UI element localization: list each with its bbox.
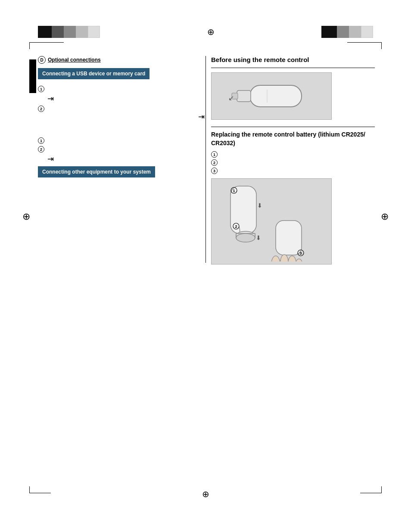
footer-crosshair: ⊕ xyxy=(202,489,209,499)
crosshair-right-mid: ⊕ xyxy=(381,211,389,222)
step1-row: 1 xyxy=(38,85,189,92)
sub2-step1-number: 1 xyxy=(38,137,44,144)
step1-number: 1 xyxy=(38,86,44,92)
svg-rect-0 xyxy=(250,85,302,107)
section-d-circle: D xyxy=(38,56,46,64)
battery-svg: 1 ⬇ 2 ⬇ xyxy=(220,182,323,261)
svg-text:1: 1 xyxy=(233,189,235,193)
battery-replacement-image: 1 ⬇ 2 ⬇ xyxy=(211,178,332,264)
remote-top-image: ↙ xyxy=(211,72,332,120)
svg-rect-1 xyxy=(237,90,251,102)
section2-divider xyxy=(211,127,375,127)
step2-number: 2 xyxy=(38,106,44,112)
subsection2-title: Connecting other equipment to your syste… xyxy=(38,166,155,177)
svg-rect-15 xyxy=(276,221,302,255)
svg-point-18 xyxy=(280,255,288,261)
remote-top-svg: ↙ xyxy=(224,77,319,115)
subsection1-title: Connecting a USB device or memory card xyxy=(38,68,149,79)
corner-border-br xyxy=(360,486,382,493)
r-step2-row: 2 xyxy=(211,159,375,166)
svg-text:2: 2 xyxy=(235,224,237,229)
section1-divider xyxy=(211,68,375,68)
usb-symbol-1: ⇥ xyxy=(47,94,189,103)
section2-title: Replacing the remote control battery (li… xyxy=(211,131,375,147)
header-crosshair: ⊕ xyxy=(100,27,321,37)
right-usb-symbol: ⇥ xyxy=(198,112,205,121)
svg-point-20 xyxy=(296,259,302,261)
sub2-step1-row: 1 xyxy=(38,137,189,144)
svg-text:3: 3 xyxy=(299,251,302,255)
svg-text:↙: ↙ xyxy=(228,94,234,102)
r-step3-number: 3 xyxy=(211,168,218,174)
section1-title: Before using the remote control xyxy=(211,56,375,63)
svg-text:⬇: ⬇ xyxy=(257,202,262,209)
svg-point-11 xyxy=(236,233,255,242)
corner-border-tl xyxy=(29,42,64,49)
r-step1-number: 1 xyxy=(211,151,218,158)
r-step3-row: 3 xyxy=(211,167,375,174)
svg-point-17 xyxy=(271,256,280,261)
black-rect-decoration xyxy=(29,59,36,93)
crosshair-left-mid: ⊕ xyxy=(22,211,30,222)
svg-text:⬇: ⬇ xyxy=(256,234,261,241)
r-step2-number: 2 xyxy=(211,159,218,166)
sub2-step2-row: 2 xyxy=(38,146,189,152)
sub2-step2-number: 2 xyxy=(38,146,44,152)
step2-row: 2 xyxy=(38,105,189,112)
column-divider xyxy=(206,56,206,263)
section-d-title: Optional connections xyxy=(48,57,101,63)
corner-border-bl xyxy=(29,486,51,493)
svg-point-19 xyxy=(288,256,296,261)
r-step1-row: 1 xyxy=(211,151,375,158)
corner-border-tr xyxy=(347,42,382,49)
usb-symbol-2: ⇥ xyxy=(47,154,189,164)
